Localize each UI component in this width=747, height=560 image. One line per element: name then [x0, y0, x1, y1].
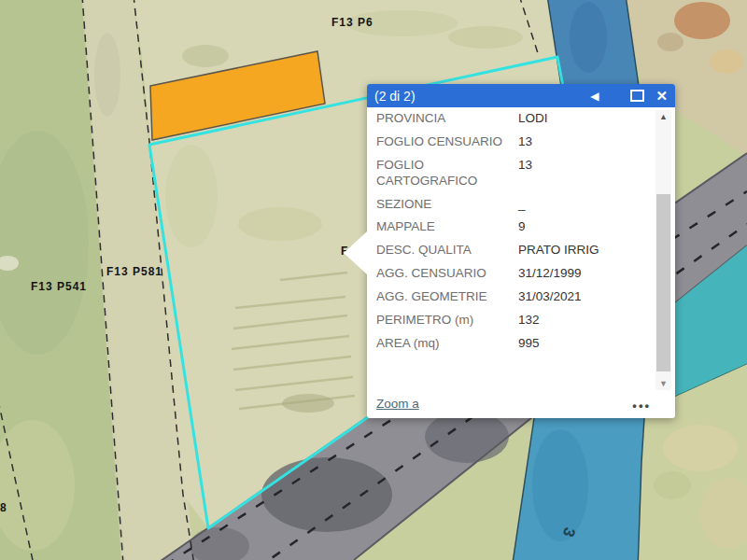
track-texture	[94, 33, 120, 117]
field-label: PERIMETRO (m)	[376, 313, 518, 329]
field-label: AGG. GEOMETRIE	[376, 289, 518, 305]
close-icon[interactable]: ✕	[655, 88, 668, 105]
table-row: FOGLIO CARTOGRAFICO 13	[367, 154, 649, 193]
table-row: MAPPALE 9	[367, 216, 649, 239]
field-texture	[182, 45, 229, 67]
field-value: _	[518, 197, 526, 213]
field-value: 13	[518, 158, 532, 189]
field-label: AREA (mq)	[376, 336, 518, 352]
field-value: 13	[518, 134, 532, 150]
table-row: FOGLIO CENSUARIO 13	[367, 131, 649, 154]
table-row: SEZIONE _	[367, 193, 649, 217]
table-row: DESC. QUALITA PRATO IRRIG	[367, 239, 649, 262]
road-shadow	[261, 457, 392, 532]
maximize-icon[interactable]	[630, 90, 644, 102]
river-shade	[570, 2, 607, 73]
field-value: 31/03/2021	[518, 289, 582, 305]
field-label: FOGLIO CARTOGRAFICO	[376, 158, 518, 189]
field-label: MAPPALE	[376, 219, 518, 235]
field-label: FOGLIO CENSUARIO	[376, 134, 518, 150]
popup-footer: Zoom a •••	[367, 390, 675, 418]
popup-header: (2 di 2) ◀ ✕	[367, 84, 675, 107]
field-value: 9	[518, 219, 526, 235]
field-label: AGG. CENSUARIO	[376, 266, 518, 282]
table-row: PROVINCIA LODI	[367, 107, 649, 131]
attribute-table: PROVINCIA LODI FOGLIO CENSUARIO 13 FOGLI…	[367, 107, 649, 356]
popup-scrollbar[interactable]: ▲ ▼	[655, 110, 671, 390]
field-value: 31/12/1999	[518, 266, 582, 282]
field-texture	[654, 471, 691, 499]
parcel-label-f13-p541: F13 P541	[31, 280, 87, 293]
parcel-label-f13-p6: F13 P6	[331, 16, 374, 29]
field-texture	[238, 207, 322, 241]
attribute-popup: (2 di 2) ◀ ✕ PROVINCIA LODI FOGLIO CENSU…	[367, 84, 675, 418]
field-texture	[448, 26, 523, 49]
field-value: LODI	[518, 111, 548, 127]
field-value: 995	[518, 336, 540, 352]
field-label: PROVINCIA	[376, 111, 518, 127]
parcel-label-f13-p581: F13 P581	[106, 265, 162, 278]
field-texture	[165, 145, 218, 247]
parcel-label-clipped: 8	[0, 501, 7, 514]
table-row: AGG. CENSUARIO 31/12/1999	[367, 262, 649, 286]
field-value: PRATO IRRIG	[518, 243, 599, 259]
table-row: AGG. GEOMETRIE 31/03/2021	[367, 286, 649, 309]
table-row: PERIMETRO (m) 132	[367, 309, 649, 332]
table-row: AREA (mq) 995	[367, 332, 649, 356]
scroll-up-icon[interactable]: ▲	[655, 112, 671, 121]
field-value: 132	[518, 313, 540, 329]
building	[657, 33, 684, 51]
field-smudge	[282, 394, 334, 413]
more-options-icon[interactable]: •••	[632, 399, 651, 413]
building	[674, 2, 730, 39]
scroll-down-icon[interactable]: ▼	[655, 379, 671, 388]
field-texture	[663, 425, 738, 471]
field-label: SEZIONE	[376, 197, 518, 213]
road-shadow	[425, 411, 509, 463]
popup-callout-arrow	[344, 231, 367, 274]
building	[710, 49, 743, 74]
popup-title: (2 di 2)	[374, 89, 590, 104]
zoom-to-link[interactable]: Zoom a	[376, 397, 419, 411]
field-label: DESC. QUALITA	[376, 243, 518, 259]
scrollbar-thumb[interactable]	[656, 194, 670, 371]
previous-feature-icon[interactable]: ◀	[590, 90, 599, 103]
